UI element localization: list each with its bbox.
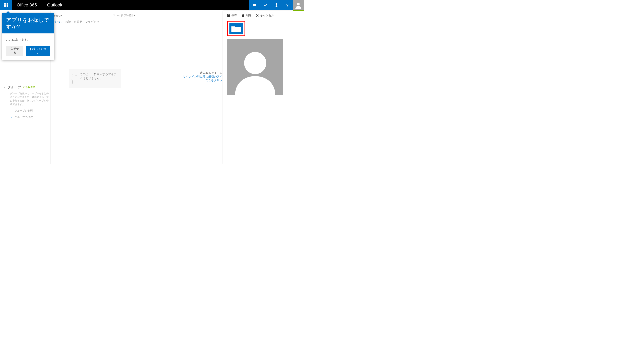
hint-line3-link[interactable]: ここをクリッ	[183, 79, 222, 82]
hint-line2-link[interactable]: サインイン時に常に最初のアイ	[183, 75, 222, 79]
callout-arrow	[6, 11, 10, 13]
create-group-label: グループの作成	[14, 115, 33, 119]
app-launcher-callout: アプリをお探しですか? ここにあります。 入手する お試しください	[2, 13, 54, 60]
filter-unread[interactable]: 未読	[66, 20, 71, 24]
message-list-column: INBOX スレッド (日付別) ▾ すべて 未読 自分宛 フラグあり : - …	[50, 11, 139, 164]
cancel-label: キャンセル	[260, 14, 274, 17]
sort-label: スレッド (日付別)	[113, 14, 134, 17]
get-it-button[interactable]: 入手する	[6, 46, 23, 56]
sort-button[interactable]: スレッド (日付別) ▾	[113, 14, 135, 17]
browse-groups-label: グループの参照	[14, 109, 33, 113]
smiley-icon: : - )	[72, 72, 78, 85]
save-icon	[227, 14, 230, 17]
filter-flagged[interactable]: フラグあり	[85, 20, 99, 24]
filter-all[interactable]: すべて	[54, 20, 62, 24]
reading-pane-hint: 読み取るアイテム サインイン時に常に最初のアイ ここをクリッ	[183, 71, 222, 82]
waffle-icon	[4, 3, 8, 7]
help-icon: ?	[286, 3, 288, 8]
save-label: 保存	[232, 14, 237, 17]
folder-icon	[230, 23, 243, 34]
groups-description: グループを使ってユーザーをまとめることができます。既存のグループに参加するか、新…	[4, 92, 49, 106]
close-icon	[256, 14, 259, 17]
app-launcher-button[interactable]	[0, 0, 12, 10]
save-button[interactable]: 保存	[227, 14, 237, 17]
browse-folder-button[interactable]	[227, 21, 245, 36]
hint-line1: 読み取るアイテム	[183, 71, 222, 75]
help-button[interactable]: ?	[282, 0, 293, 10]
profile-toolbar: 保存 削除 キャンセル	[227, 14, 300, 17]
chat-icon	[253, 3, 257, 7]
folder-name: INBOX	[54, 14, 62, 17]
person-icon	[227, 39, 283, 95]
notifications-button[interactable]	[249, 0, 260, 10]
callout-title: アプリをお探しですか?	[2, 13, 54, 34]
groups-header[interactable]: ︿ グループ ✳ 新規作成	[4, 85, 49, 90]
profile-photo-placeholder[interactable]	[227, 39, 283, 95]
delete-button[interactable]: 削除	[242, 14, 252, 17]
filter-row: すべて 未読 自分宛 フラグあり	[54, 17, 135, 26]
person-icon	[295, 2, 302, 9]
trash-icon	[242, 14, 245, 17]
empty-state: : - ) このビューに表示するアイテムはありません。	[69, 69, 121, 88]
callout-body: ここにあります。	[2, 34, 54, 46]
brand-office365[interactable]: Office 365	[12, 0, 42, 10]
svg-point-1	[297, 3, 300, 6]
create-group-link[interactable]: ＋ グループの作成	[4, 115, 49, 119]
filter-tome[interactable]: 自分宛	[74, 20, 82, 24]
groups-section: ︿ グループ ✳ 新規作成 グループを使ってユーザーをまとめることができます。既…	[4, 85, 49, 119]
arrow-right-icon: →	[10, 109, 12, 112]
profile-edit-panel: 保存 削除 キャンセル	[223, 11, 304, 164]
groups-title: グループ	[8, 85, 21, 90]
new-badge: ✳ 新規作成	[23, 86, 35, 89]
browse-groups-link[interactable]: → グループの参照	[4, 109, 49, 113]
try-it-button[interactable]: お試しください	[26, 46, 50, 56]
empty-text: このビューに表示するアイテムはありません。	[80, 72, 118, 85]
chevron-down-icon: ▾	[134, 15, 135, 17]
tasks-button[interactable]	[260, 0, 271, 10]
svg-point-3	[244, 52, 266, 74]
check-icon	[264, 3, 268, 7]
svg-point-0	[276, 5, 277, 6]
callout-footer: 入手する お試しください	[2, 46, 54, 60]
profile-button[interactable]	[293, 0, 304, 10]
brand-outlook[interactable]: Outlook	[42, 0, 68, 10]
reading-pane: 読み取るアイテム サインイン時に常に最初のアイ ここをクリッ	[139, 11, 223, 164]
settings-button[interactable]	[271, 0, 282, 10]
cancel-button[interactable]: キャンセル	[256, 14, 274, 17]
delete-label: 削除	[246, 14, 252, 17]
plus-icon: ＋	[10, 115, 12, 119]
top-bar: Office 365 Outlook ?	[0, 0, 304, 10]
gear-icon	[274, 3, 278, 7]
chevron-up-icon: ︿	[4, 86, 6, 89]
